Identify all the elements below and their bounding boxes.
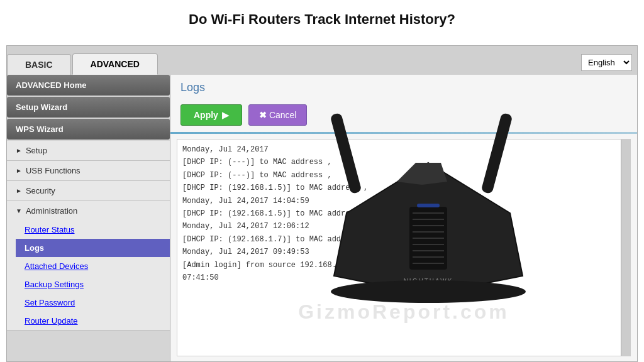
sidebar: ADVANCED Home Setup Wizard WPS Wizard ► … <box>7 75 170 361</box>
sidebar-section-setup-header[interactable]: ► Setup <box>7 141 170 160</box>
sidebar-section-security-label: Security <box>26 186 55 195</box>
divider <box>170 132 637 134</box>
sidebar-section-admin-label: Administration <box>26 206 77 216</box>
panel-header: Logs <box>170 75 637 94</box>
sidebar-section-admin-header[interactable]: ▼ Administration <box>7 201 170 221</box>
log-line: [Admin login] from source 192.168.1.5, M… <box>182 259 625 272</box>
log-line: 07:41:50 <box>182 272 625 284</box>
sidebar-section-usb-label: USB Functions <box>26 166 80 175</box>
log-line: Monday, Jul 24,2017 <box>182 143 625 156</box>
sidebar-advanced-home[interactable]: ADVANCED Home <box>7 75 170 96</box>
action-bar: Apply ▶ ✖ Cancel <box>170 101 637 132</box>
content-area: ADVANCED Home Setup Wizard WPS Wizard ► … <box>7 75 637 361</box>
admin-subsection: Router Status Logs Attached Devices Back… <box>7 221 170 330</box>
play-icon: ▶ <box>222 110 229 120</box>
sidebar-item-logs[interactable]: Logs <box>16 239 170 257</box>
log-line: [DHCP IP: (192.168.1.5)] to MAC address … <box>182 182 625 194</box>
sidebar-item-set-password[interactable]: Set Password <box>16 293 170 312</box>
sidebar-section-usb: ► USB Functions <box>7 161 170 181</box>
log-area[interactable]: Monday, Jul 24,2017 [DHCP IP: (---)] to … <box>177 139 631 356</box>
apply-button[interactable]: Apply ▶ <box>180 104 242 126</box>
cancel-button[interactable]: ✖ Cancel <box>248 104 308 126</box>
sidebar-item-router-status[interactable]: Router Status <box>16 221 170 239</box>
cancel-label: Cancel <box>269 110 297 120</box>
log-line: [DHCP IP: (---)] to MAC address , <box>182 169 625 182</box>
log-line: Monday, Jul 24,2017 14:04:59 <box>182 195 625 207</box>
log-line: [DHCP IP: (192.168.1.5)] to MAC address … <box>182 207 625 220</box>
sidebar-section-security-header[interactable]: ► Security <box>7 181 170 200</box>
sidebar-section-setup: ► Setup <box>7 141 170 161</box>
arrow-icon-admin: ▼ <box>16 207 22 214</box>
language-select[interactable]: English Spanish French German <box>581 54 632 71</box>
sidebar-section-security: ► Security <box>7 181 170 201</box>
log-line: Monday, Jul 24,2017 12:06:12 <box>182 220 625 233</box>
article-title: Do Wi-Fi Routers Track Internet History? <box>0 0 644 36</box>
tab-bar: BASIC ADVANCED English Spanish French Ge… <box>7 46 637 75</box>
sidebar-setup-wizard[interactable]: Setup Wizard <box>7 97 170 118</box>
sidebar-section-admin: ▼ Administration Router Status Logs Atta… <box>7 201 170 331</box>
x-icon: ✖ <box>259 110 267 120</box>
sidebar-item-router-update[interactable]: Router Update <box>16 312 170 330</box>
panel-title: Logs <box>180 81 627 94</box>
arrow-icon-security: ► <box>16 187 22 194</box>
tab-basic[interactable]: BASIC <box>7 54 71 75</box>
sidebar-wps-wizard[interactable]: WPS Wizard <box>7 119 170 140</box>
arrow-icon-usb: ► <box>16 167 22 174</box>
language-selector-wrap: English Spanish French German <box>581 54 632 71</box>
log-line: [DHCP IP: (---)] to MAC address , <box>182 156 625 168</box>
sidebar-section-setup-label: Setup <box>26 146 47 155</box>
apply-label: Apply <box>194 110 218 120</box>
sidebar-item-attached-devices[interactable]: Attached Devices <box>16 257 170 275</box>
log-line: [DHCP IP: (192.168.1.7)] to MAC address … <box>182 233 625 246</box>
sidebar-item-backup-settings[interactable]: Backup Settings <box>16 275 170 293</box>
sidebar-section-usb-header[interactable]: ► USB Functions <box>7 161 170 180</box>
router-ui: BASIC ADVANCED English Spanish French Ge… <box>6 45 638 362</box>
arrow-icon: ► <box>16 147 22 154</box>
tab-advanced[interactable]: ADVANCED <box>72 53 158 75</box>
log-line: Monday, Jul 24,2017 09:49:53 <box>182 246 625 258</box>
main-panel: Logs Apply ▶ ✖ Cancel Monday, Jul 24,201… <box>170 75 637 361</box>
